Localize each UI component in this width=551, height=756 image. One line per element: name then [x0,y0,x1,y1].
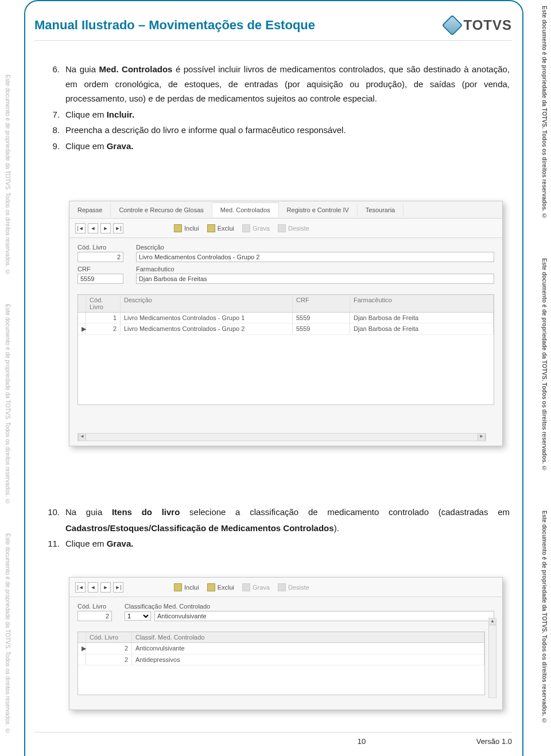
descricao-input[interactable] [136,252,494,262]
cell: 2 [86,654,132,665]
cell: Djan Barbosa de Freita [350,324,494,334]
toolbar: |◄ ◄ ► ►| Inclui Exclui Grava Desiste [69,219,502,238]
table-row[interactable]: 2 Antidepressivos [78,654,484,665]
cell: 2 [86,643,132,654]
desiste-button[interactable]: Desiste [278,224,309,232]
desiste-button[interactable]: Desiste [278,583,309,591]
inclui-button[interactable]: Inclui [174,583,199,591]
grava-button[interactable]: Grava [242,583,270,591]
header: Manual Ilustrado – Movimentações de Esto… [34,17,512,33]
exclui-icon [207,583,215,591]
farmaceutico-input[interactable] [136,274,494,284]
grid-header: Cód. Livro Descrição CRF Farmacêutico [78,295,494,313]
crf-input[interactable] [77,274,123,284]
current-row-marker-icon: ▶ [78,643,86,654]
cell: Antidepressivos [132,654,484,665]
scroll-right-icon[interactable]: ► [478,434,486,441]
horizontal-scrollbar[interactable]: ◄ ► [77,433,486,441]
tab-glosas[interactable]: Controle e Recurso de Glosas [111,203,212,217]
cell: Livro Medicamentos Controlados - Grupo 1 [121,313,293,323]
col-descricao: Descrição [121,295,293,312]
list-item: 10. Na guia Itens do livro selecione a c… [46,505,510,520]
cell: Livro Medicamentos Controlados - Grupo 2 [121,324,293,334]
tab-bar: Repasse Controle e Recurso de Glosas Med… [69,201,502,219]
page-title: Manual Ilustrado – Movimentações de Esto… [34,18,315,33]
col-crf: CRF [293,295,350,312]
grava-icon [242,583,250,591]
inclui-icon [174,224,182,232]
label: Exclui [218,225,234,232]
tab-repasse[interactable]: Repasse [69,203,111,217]
cell: Anticonvulsivante [132,643,484,654]
footer: 10 Versão 1.0 [34,732,512,746]
grid-classificacao: Cód. Livro Classif. Med. Controlado ▶ 2 … [77,632,485,695]
item-number: 9. [46,139,65,154]
cell: 1 [86,313,121,323]
inclui-button[interactable]: Inclui [174,224,199,232]
watermark-left: Este documento é de propriedade da TOTVS… [5,75,11,275]
cell: Djan Barbosa de Freita [350,313,494,323]
nav-prev-icon[interactable]: ◄ [88,223,98,233]
item-text: Cadastros/Estoques/Classificação de Medi… [65,521,510,536]
toolbar: |◄ ◄ ► ►| Inclui Exclui Grava Desiste [69,578,502,597]
item-number: 10. [46,505,65,520]
grid-body: ▶ 2 Anticonvulsivante 2 Antidepressivos [78,643,484,695]
nav-first-icon[interactable]: |◄ [75,582,86,593]
table-row[interactable]: ▶ 2 Livro Medicamentos Controlados - Gru… [78,324,494,335]
label: Grava [253,584,270,591]
tab-registro-iv[interactable]: Registro e Controle IV [279,203,358,217]
instruction-list-2: 10. Na guia Itens do livro selecione a c… [46,505,510,552]
screenshot-itens-livro: |◄ ◄ ► ►| Inclui Exclui Grava Desiste Có… [69,577,503,710]
label: Desiste [288,225,309,232]
label: Inclui [184,225,199,232]
col-cod-livro: Cód. Livro [86,632,132,642]
item-text: Na guia Itens do livro selecione a class… [65,505,510,520]
vertical-scrollbar[interactable]: ▲ [488,618,496,698]
label: Exclui [218,584,234,591]
descricao-label: Descrição [136,244,494,251]
classif-label: Classificação Med. Controlado [125,603,494,610]
classif-text-input[interactable] [154,611,494,621]
nav-last-icon[interactable]: ►| [113,223,123,233]
watermark-left: Este documento é de propriedade da TOTVS… [5,304,11,505]
tab-tesouraria[interactable]: Tesouraria [358,203,403,217]
tab-med-controlados[interactable]: Med. Controlados [212,202,279,217]
exclui-button[interactable]: Exclui [207,224,234,232]
cod-livro-input[interactable] [77,611,112,621]
list-item: 11. Clique em Grava. [46,536,510,551]
crf-label: CRF [77,266,123,272]
item-text: Clique em Grava. [65,139,510,154]
record-nav: |◄ ◄ ► ►| [75,223,123,233]
exclui-icon [207,224,215,232]
item-text: Preencha a descrição do livro e informe … [65,123,510,138]
scroll-left-icon[interactable]: ◄ [78,434,86,441]
form: Cód. Livro Classificação Med. Controlado… [69,597,502,628]
version-label: Versão 1.0 [476,737,512,746]
nav-last-icon[interactable]: ►| [113,582,123,593]
table-row[interactable]: ▶ 2 Anticonvulsivante [78,643,484,654]
scroll-up-icon[interactable]: ▲ [489,618,496,625]
current-row-marker-icon: ▶ [78,324,86,334]
grava-icon [242,224,250,232]
exclui-button[interactable]: Exclui [207,583,234,591]
classif-select[interactable]: 1 [125,611,151,621]
nav-prev-icon[interactable]: ◄ [88,582,98,593]
item-text: Clique em Grava. [65,536,510,551]
item-number: 11. [46,536,65,551]
item-number: 7. [46,107,65,122]
label: Inclui [184,584,199,591]
grava-button[interactable]: Grava [242,224,270,232]
cod-livro-input[interactable] [77,252,123,262]
nav-next-icon[interactable]: ► [100,582,111,593]
item-number: 6. [46,62,65,106]
farmaceutico-label: Farmacêutico [136,266,494,272]
cell: 5559 [293,313,350,323]
page-number: 10 [358,737,366,746]
nav-next-icon[interactable]: ► [100,223,111,233]
table-row[interactable]: 1 Livro Medicamentos Controlados - Grupo… [78,313,494,324]
col-cod-livro: Cód. Livro [86,295,121,312]
desiste-icon [278,583,286,591]
nav-first-icon[interactable]: |◄ [75,223,86,233]
inclui-icon [174,583,182,591]
col-farmaceutico: Farmacêutico [350,295,494,312]
